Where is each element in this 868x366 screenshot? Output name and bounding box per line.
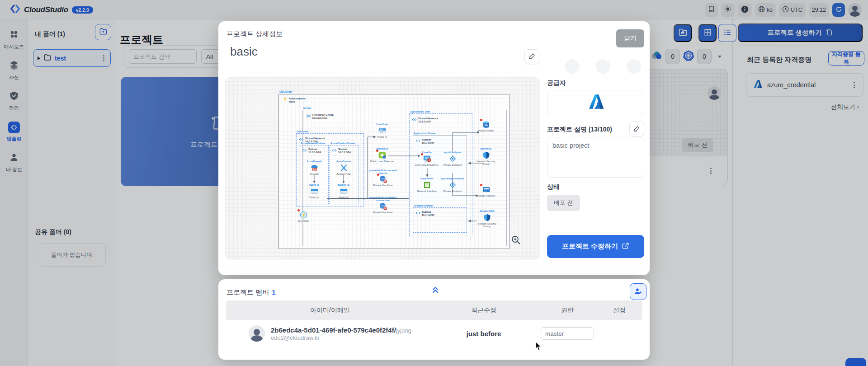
svg-text:P: P [384, 180, 386, 183]
col-id-email: 아이디/이메일 [226, 306, 434, 314]
status-label: 상태 [547, 183, 560, 191]
svg-text:P: P [384, 207, 386, 210]
member-id: 2b6edc4a-5d01-469f-afe0-579c4e0f2f4f/ [271, 326, 396, 334]
double-chevron-up-icon [432, 286, 439, 295]
modal-title: 프로젝트 상세정보 [226, 30, 283, 38]
diagram-node-subnet: Subnet10.0.0.0/24 [302, 148, 321, 154]
diagram-node-key-vault: Key Vault [292, 210, 315, 222]
col-settings: 설정 [601, 306, 642, 314]
edit-external-icon [622, 242, 629, 251]
diagram-node-privatelink.mysql.database.azure.com: privatelink.mysql.database.azure.comDNSP… [368, 197, 397, 214]
diagram-node-linuxvmip: LinuxVmIpPublic Ip [370, 123, 394, 138]
add-member-button[interactable] [630, 283, 646, 300]
person-plus-icon [634, 287, 642, 297]
avatar-skeleton [627, 59, 641, 74]
diagram-node-spokensg: spokeNSGNetwork Security Group [474, 148, 498, 165]
member-avatar [249, 325, 265, 342]
cloudstudio-app: CloudStudio v2.2.0 ko UTC 29:12 [0, 0, 868, 366]
provider-label: 공급자 [547, 79, 566, 87]
svg-text:DNS: DNS [380, 205, 384, 207]
mouse-cursor [535, 341, 542, 353]
col-modified: 최근수정 [434, 306, 533, 314]
diagram-node-subnet: Subnet10.1.1.0/24 [415, 211, 434, 217]
diagram-node-jumpboxnsg: JumpboxNSGNetwork Security Group [475, 210, 499, 228]
description-textarea[interactable]: basic project [547, 137, 644, 178]
diagram-node-mysql-flexible: MyMysql Flexible [474, 120, 498, 132]
avatar-skeleton [565, 59, 580, 74]
diagram-node-virtual-network: Virtual Network10.1.0.0/16 [412, 117, 438, 123]
close-button[interactable]: 닫기 [616, 29, 644, 47]
diagram-node-public_ip: public_ipPublic Ip [302, 184, 327, 199]
azure-logo [586, 93, 606, 112]
project-detail-modal: 프로젝트 상세정보 닫기 basic cloudraw letsvishub_v… [218, 21, 650, 275]
diagram-zoom-button[interactable] [509, 233, 523, 248]
member-modified: just before [434, 330, 533, 338]
col-role: 권한 [533, 306, 601, 314]
svg-text:p: p [383, 155, 385, 158]
update-project-button[interactable]: 프로젝트 수정하기 [547, 235, 644, 258]
svg-text:My: My [484, 124, 488, 127]
diagram-node-linuxvmlb: LinuxVmLBpPublic Load Balancer [370, 148, 394, 163]
member-role-input[interactable] [541, 327, 594, 340]
description-label: 프로젝트 설명 (13/100) [547, 126, 612, 134]
magnifier-plus-icon [510, 235, 521, 247]
diagram-node-privatelink.blob.core.windows.net: privatelink.blob.core.windows.netDNSPPri… [368, 169, 397, 187]
members-count: 1 [272, 288, 275, 296]
project-name: basic [230, 45, 258, 59]
diagram-canvas: cloudraw letsvishub_vnetAzureFirewallSub… [278, 94, 509, 249]
edit-description-button[interactable] [629, 122, 644, 136]
diagram-preview-panel: cloudraw letsvishub_vnetAzureFirewallSub… [225, 77, 540, 260]
diagram-node-app.db.endpoint: app.db.endpointPrivate Endpoint [440, 151, 465, 166]
member-row: 2b6edc4a-5d01-469f-afe0-579c4e0f2f4f/jyj… [226, 320, 642, 347]
diagram-node-virtual-network: Virtual Network10.0.0.0/16 [299, 137, 325, 143]
members-table-header: 아이디/이메일 최근수정 권한 설정 [226, 300, 642, 320]
provider-box [547, 90, 644, 115]
diagram-node-azurefirewall: AzureFirewallFirewall [302, 160, 327, 175]
diagram-node-subscription: SubscriptionNone [283, 97, 306, 103]
diagram-node-bastion_ip: Bastion_ipPublic Ip [331, 184, 356, 199]
diagram-node-storage-account: Storage Account [474, 185, 498, 197]
diagram-node-resource-group: Resource Groupkoreacentral [306, 113, 334, 120]
diagram-node-linuxvmnic: LinuxVmNicNetwork Interface [415, 178, 439, 192]
status-badge: 배포 전 [547, 195, 580, 211]
avatar-skeleton [596, 59, 610, 74]
collapse-members-button[interactable] [429, 284, 442, 296]
project-members-card: 프로젝트 멤버1 아이디/이메일 최근수정 권한 설정 2b6edc4a-5d0… [218, 279, 650, 360]
svg-text:DNS: DNS [380, 178, 384, 180]
diagram-node-linuxvm: LinuxVmLinux Virtual Machine [415, 151, 439, 166]
diagram-node-subnet: Subnet10.1.4.0/24 [415, 138, 434, 145]
diagram-node-subnet: Subnet10.0.1.0/24 [332, 148, 351, 154]
member-identity: 2b6edc4a-5d01-469f-afe0-579c4e0f2f4f/jyj… [271, 326, 434, 341]
diagram-watermark: cloudraw [279, 90, 292, 93]
pencil-icon [528, 52, 536, 61]
diagram-node-azurebastion: AzureBastionBastion Host [331, 160, 356, 175]
diagram-node-app.storage.endpoint: app.storage.endpointPrivate Endpoint [440, 178, 465, 192]
edit-name-button[interactable] [524, 49, 539, 64]
members-title: 프로젝트 멤버1 [226, 288, 276, 297]
pencil-icon [633, 125, 640, 133]
